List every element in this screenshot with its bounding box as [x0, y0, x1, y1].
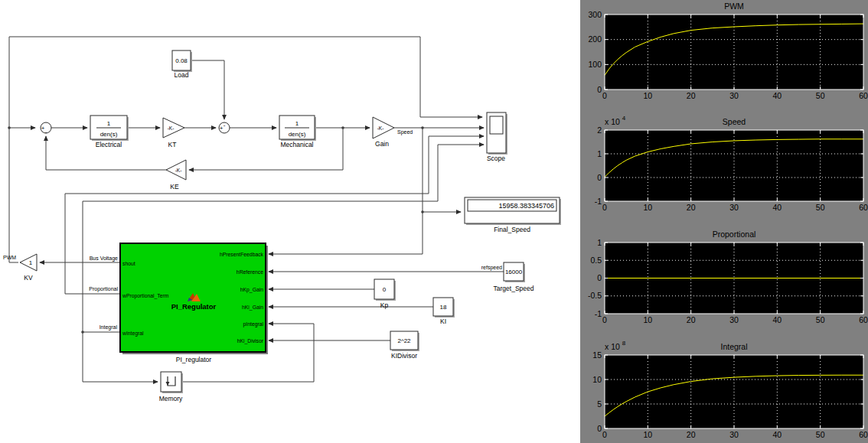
plot-title: Speed	[723, 117, 746, 126]
plot-title: Proportional	[713, 230, 756, 239]
x-tick-label: 30	[729, 203, 739, 212]
plot-pwm: 01020304050600100200300PWM	[588, 2, 868, 100]
plot-title: Integral	[720, 342, 747, 351]
speed-signal-label: Speed	[397, 129, 413, 135]
pwm-signal-label: PWM	[3, 255, 16, 260]
x-tick-label: 0	[602, 430, 607, 439]
final-speed-value: 15958.383345706	[498, 202, 554, 210]
electrical-denominator: den(s)	[100, 131, 118, 138]
x-tick-label: 20	[687, 315, 696, 324]
port-shout: shout	[122, 261, 135, 266]
ke-value: -K-	[175, 168, 182, 173]
junction-dot	[341, 126, 344, 129]
final-speed-label: Final_Speed	[494, 226, 530, 233]
x-tick-label: 40	[772, 203, 782, 212]
sum-minus-sign: -	[224, 122, 226, 129]
y-tick-label: 1	[597, 149, 602, 158]
kv-gain-block[interactable]: 1 KV	[20, 254, 37, 282]
x-tick-label: 20	[687, 91, 696, 100]
x-tick-label: 10	[643, 91, 652, 100]
y-tick-label: 0	[597, 273, 602, 282]
y-tick-label: -1	[595, 309, 602, 318]
x-tick-label: 20	[687, 430, 696, 439]
y-tick-label: 0	[597, 424, 602, 433]
electrical-label: Electrical	[96, 141, 122, 148]
target-speed-label: Target_Speed	[494, 285, 534, 292]
block-diagram: PWM Bus Voltage Proportional Integral Sp…	[3, 37, 561, 402]
x-tick-label: 40	[772, 91, 782, 100]
kv-value: 1	[29, 259, 33, 266]
y-tick-label: 0	[597, 85, 602, 94]
electrical-transfer-fcn-block[interactable]: 1 den(s) Electrical	[90, 116, 129, 148]
y-tick-label: 200	[588, 34, 602, 44]
y-tick-label: 2	[597, 125, 602, 135]
x-tick-label: 0	[602, 203, 607, 212]
scope-label: Scope	[487, 155, 505, 162]
x-tick-label: 10	[643, 315, 652, 324]
x-tick-label: 40	[772, 430, 782, 439]
ki-value: 18	[440, 304, 447, 311]
plot-proportional: 0102030405060-1-0.500.51Proportional	[588, 230, 868, 324]
kv-label: KV	[24, 274, 33, 282]
x-tick-label: 50	[816, 203, 825, 212]
scope-screen	[490, 116, 503, 134]
mechanical-numerator: 1	[295, 120, 299, 127]
gain-value: -K-	[377, 125, 384, 131]
y-tick-label: 15	[592, 350, 602, 360]
load-constant-block[interactable]: 0.08 Load	[172, 50, 192, 79]
x-tick-label: 60	[859, 315, 868, 324]
scope-panel: 01020304050600100200300PWM 0102030405060…	[580, 0, 868, 443]
y-tick-label: -1	[595, 197, 602, 206]
y-tick-label: -0.5	[588, 291, 602, 300]
junction-dot	[421, 126, 424, 129]
ke-gain-block[interactable]: -K- KE	[166, 160, 186, 191]
x-tick-label: 0	[602, 315, 607, 324]
y-tick-label: 5	[597, 399, 602, 409]
proportional-signal-label: Proportional	[89, 286, 118, 292]
sum-minus-sign: -	[45, 129, 47, 135]
pi-regulator-label: PI_regulator	[176, 356, 211, 363]
sum-block-electrical[interactable]: + -	[41, 122, 51, 135]
gain-block[interactable]: -K- Gain	[373, 117, 394, 148]
x-tick-label: 20	[687, 203, 696, 212]
target-speed-value: 16000	[505, 269, 523, 275]
kidivisor-constant-block[interactable]: 2^22 KIDivisor	[390, 331, 419, 360]
port-hkp-gain: hKp_Gain	[240, 287, 263, 293]
kt-gain-block[interactable]: -K- KT	[163, 118, 184, 148]
ke-label: KE	[170, 183, 179, 191]
plot-title: PWM	[724, 2, 744, 11]
port-hreference: hReference	[237, 269, 263, 275]
port-wproportional-term: wProportional_Term	[122, 293, 169, 299]
refspeed-signal-label: refspeed	[481, 265, 502, 271]
x-tick-label: 50	[816, 315, 825, 324]
y-tick-label: 100	[588, 60, 602, 69]
final-speed-display-block[interactable]: 15958.383345706 Final_Speed	[465, 197, 561, 233]
memory-label: Memory	[159, 395, 183, 402]
kidivisor-label: KIDivisor	[391, 352, 417, 360]
wire-feedback-to-ke	[189, 128, 343, 170]
load-label: Load	[175, 71, 189, 79]
plot-integral: 0102030405060051015Integralx 10 8	[592, 340, 868, 439]
kp-value: 0	[383, 286, 387, 293]
x-tick-label: 30	[729, 315, 739, 324]
y-tick-label: 1	[597, 238, 602, 247]
memory-block[interactable]: Memory	[159, 372, 183, 402]
mechanical-label: Mechanical	[281, 141, 314, 148]
x-tick-label: 40	[772, 315, 782, 324]
simulink-model-window: PWM Bus Voltage Proportional Integral Sp…	[0, 0, 868, 443]
x-tick-label: 50	[816, 430, 825, 439]
gain-label: Gain	[375, 140, 389, 148]
mechanical-transfer-fcn-block[interactable]: 1 den(s) Mechanical	[279, 116, 316, 148]
x-tick-label: 50	[816, 91, 825, 100]
x-tick-label: 10	[643, 203, 652, 212]
pi-regulator-title: PI_Regulator	[171, 302, 217, 311]
kt-label: KT	[168, 141, 177, 148]
x-tick-label: 30	[729, 91, 739, 100]
pi-regulator-block[interactable]: PI_Regulator shout wProportional_Term wI…	[120, 243, 268, 363]
ki-constant-block[interactable]: 18 KI	[433, 298, 455, 325]
scope-block[interactable]: Scope	[487, 112, 507, 162]
x-tick-label: 60	[859, 91, 868, 100]
electrical-numerator: 1	[107, 120, 111, 127]
kp-constant-block[interactable]: 0 Kp	[374, 279, 396, 309]
sum-block-mechanical[interactable]: + -	[219, 122, 230, 133]
